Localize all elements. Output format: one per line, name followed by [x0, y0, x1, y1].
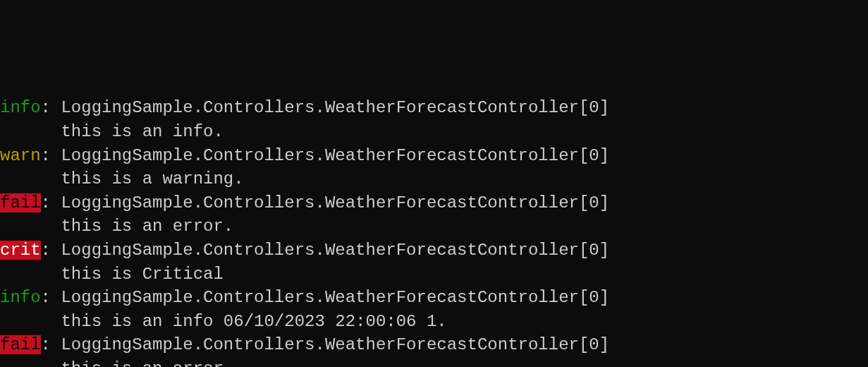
log-separator: :: [41, 335, 61, 354]
log-indent: [0, 217, 61, 236]
log-source: LoggingSample.Controllers.WeatherForecas…: [61, 288, 609, 307]
log-separator: :: [41, 146, 61, 165]
log-level-warn: warn: [0, 146, 41, 165]
log-level-info: info: [0, 98, 41, 117]
log-entry-header: warn: LoggingSample.Controllers.WeatherF…: [0, 144, 868, 168]
log-entry-header: info: LoggingSample.Controllers.WeatherF…: [0, 96, 868, 120]
log-message: this is an info.: [61, 122, 223, 141]
log-indent: [0, 169, 61, 188]
log-separator: :: [41, 288, 61, 307]
log-separator: :: [41, 98, 61, 117]
log-message: this is Critical: [61, 265, 223, 284]
log-indent: [0, 265, 61, 284]
log-separator: :: [41, 193, 61, 212]
log-level-info: info: [0, 288, 41, 307]
log-message: this is an info 06/10/2023 22:00:06 1.: [61, 312, 446, 331]
log-message-line: this is a warning.: [0, 167, 868, 191]
log-message-line: this is an error.: [0, 357, 868, 367]
log-source: LoggingSample.Controllers.WeatherForecas…: [61, 193, 609, 212]
log-entry-header: fail: LoggingSample.Controllers.WeatherF…: [0, 191, 868, 215]
log-source: LoggingSample.Controllers.WeatherForecas…: [61, 335, 609, 354]
log-source: LoggingSample.Controllers.WeatherForecas…: [61, 98, 609, 117]
log-indent: [0, 312, 61, 331]
log-message: this is an error.: [61, 217, 233, 236]
log-message-line: this is an error.: [0, 215, 868, 239]
log-message: this is an error.: [61, 359, 233, 367]
log-message-line: this is an info 06/10/2023 22:00:06 1.: [0, 310, 868, 334]
log-source: LoggingSample.Controllers.WeatherForecas…: [61, 241, 609, 260]
terminal-output: info: LoggingSample.Controllers.WeatherF…: [0, 96, 868, 367]
log-entry-header: fail: LoggingSample.Controllers.WeatherF…: [0, 333, 868, 357]
log-separator: :: [41, 241, 61, 260]
log-entry-header: crit: LoggingSample.Controllers.WeatherF…: [0, 239, 868, 263]
log-level-fail: fail: [0, 335, 41, 354]
log-entry-header: info: LoggingSample.Controllers.WeatherF…: [0, 286, 868, 310]
log-message-line: this is an info.: [0, 120, 868, 144]
log-message: this is a warning.: [61, 169, 243, 188]
log-level-crit: crit: [0, 241, 41, 260]
log-indent: [0, 122, 61, 141]
log-source: LoggingSample.Controllers.WeatherForecas…: [61, 146, 609, 165]
log-indent: [0, 359, 61, 367]
log-level-fail: fail: [0, 193, 41, 212]
log-message-line: this is Critical: [0, 263, 868, 287]
